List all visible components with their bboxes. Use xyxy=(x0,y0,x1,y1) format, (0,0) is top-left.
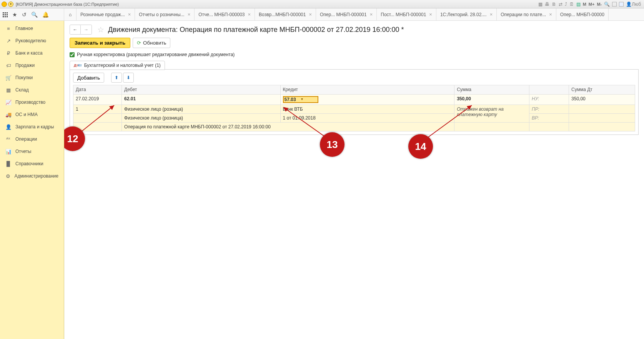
panel1-icon[interactable] xyxy=(612,2,617,7)
close-icon[interactable]: × xyxy=(429,12,432,17)
th-credit[interactable]: Кредит xyxy=(280,85,454,95)
sidebar-item-assets[interactable]: 🚚ОС и НМА xyxy=(0,108,64,121)
tab-4[interactable]: Опер... МНБП-000001× xyxy=(316,8,377,20)
mplus-icon[interactable]: M+ xyxy=(589,2,595,7)
tab-8[interactable]: Опер... МНБП-00000 xyxy=(556,8,609,20)
cell-vr[interactable]: ВР: xyxy=(529,114,569,123)
sidebar-item-warehouse[interactable]: ▦Склад xyxy=(0,84,64,96)
sidebar-item-purchases[interactable]: 🛒Покупки xyxy=(0,71,64,84)
bell-icon[interactable]: 🔔 xyxy=(42,12,49,18)
apps-icon[interactable] xyxy=(2,12,8,17)
compare-icon[interactable]: ⇄ xyxy=(559,2,562,7)
sidebar-label: Администрирование xyxy=(15,173,58,179)
close-icon[interactable]: × xyxy=(309,12,312,17)
sidebar-item-hr[interactable]: 👤Зарплата и кадры xyxy=(0,121,64,133)
table-row[interactable]: 1 Физическое лицо (розница) Банк ВТБ Отр… xyxy=(73,105,635,114)
refresh-icon: ⟳ xyxy=(137,40,141,46)
tab-1[interactable]: Отчеты о розничны...× xyxy=(135,8,195,20)
tab-5[interactable]: Пост... МНБП-000001× xyxy=(377,8,436,20)
add-button[interactable]: Добавить xyxy=(73,73,104,83)
move-down-button[interactable]: ⬇ xyxy=(123,73,134,83)
cell-empty[interactable] xyxy=(454,123,529,131)
cell-debit-1[interactable]: Физическое лицо (розница) xyxy=(122,105,281,114)
home-tab[interactable]: ⌂ xyxy=(64,8,77,20)
nav-back-button[interactable]: ← xyxy=(70,25,81,34)
close-icon[interactable]: × xyxy=(370,12,373,17)
save-close-button[interactable]: Записать и закрыть xyxy=(70,38,130,48)
print-icon[interactable]: 🖶 xyxy=(545,2,549,7)
cell-empty[interactable] xyxy=(529,123,569,131)
toolbar: ★ ↺ 🔍 🔔 ⌂ Розничные продаж...× Отчеты о … xyxy=(0,8,644,21)
th-debit[interactable]: Дебет xyxy=(122,85,281,95)
cell-sumdt[interactable]: 350,00 xyxy=(569,95,635,105)
cell-credit-acc[interactable]: 57.03▾ xyxy=(280,95,454,105)
manual-edit-checkbox[interactable] xyxy=(70,52,75,57)
th-tax[interactable] xyxy=(529,85,569,95)
grid-icon[interactable]: ▦ xyxy=(538,2,542,7)
table-row[interactable]: Физическое лицо (розница) 1 от 01.09.201… xyxy=(73,114,635,123)
sidebar-item-sales[interactable]: 🏷Продажи xyxy=(0,59,64,71)
cell-empty[interactable] xyxy=(569,105,635,114)
table-row[interactable]: 27.02.2019 62.01 57.03▾ 350,00 НУ: 350,0… xyxy=(73,95,635,105)
search-icon[interactable]: 🔍 xyxy=(31,12,38,18)
cell-empty[interactable] xyxy=(569,114,635,123)
th-sum[interactable]: Сумма xyxy=(454,85,529,95)
close-icon[interactable]: × xyxy=(128,12,131,17)
tab-0[interactable]: Розничные продаж...× xyxy=(77,8,135,20)
cell-lineno[interactable]: 1 xyxy=(73,105,122,114)
close-icon[interactable]: × xyxy=(188,12,191,17)
sidebar-item-bank[interactable]: ₽Банк и касса xyxy=(0,47,64,59)
dropdown-icon[interactable]: ▾ xyxy=(8,2,13,7)
cell-debit-3[interactable]: Операция по платежной карте МНБП-000002 … xyxy=(122,123,454,131)
move-up-button[interactable]: ⬆ xyxy=(111,73,122,83)
cell-credit-1[interactable]: Банк ВТБ xyxy=(280,105,454,114)
cell-empty[interactable] xyxy=(73,114,122,123)
cell-sum[interactable]: 350,00 xyxy=(454,95,529,105)
cell-credit-2[interactable]: 1 от 01.09.2018 xyxy=(280,114,454,123)
close-icon[interactable]: × xyxy=(549,12,552,17)
doc-icon[interactable]: 🗎 xyxy=(552,2,556,7)
zoom-icon[interactable]: 🔍 xyxy=(604,2,610,7)
tab-7[interactable]: Операции по плате...× xyxy=(497,8,556,20)
close-icon[interactable]: × xyxy=(490,12,493,17)
m-icon[interactable]: M xyxy=(583,2,586,7)
panel2-icon[interactable] xyxy=(619,2,624,7)
cell-debit-acc[interactable]: 62.01 xyxy=(122,95,281,105)
user-icon[interactable]: 👤Люб xyxy=(626,2,641,7)
records-tab[interactable]: ДтКт Бухгалтерский и налоговый учет (1) xyxy=(70,61,165,70)
tab-6[interactable]: 1С:Лекторий. 28.02....× xyxy=(436,8,497,20)
calc-icon[interactable]: ▤ xyxy=(576,2,581,7)
calendar-icon[interactable]: 🗓 xyxy=(569,2,574,7)
dtkt-icon: ᴬᵏ xyxy=(5,136,12,142)
cell-sum-note[interactable]: Отражен возврат на платежную карту xyxy=(454,105,529,123)
home-icon: ≡ xyxy=(5,25,12,32)
refresh-button[interactable]: ⟳Обновить xyxy=(133,38,170,48)
export-icon[interactable]: ⤴ xyxy=(565,2,567,7)
sidebar-item-main[interactable]: ≡Главное xyxy=(0,22,64,35)
sidebar-item-reports[interactable]: 📊Отчеты xyxy=(0,145,64,158)
sidebar-item-catalogs[interactable]: ▉Справочники xyxy=(0,158,64,170)
cell-empty[interactable] xyxy=(569,123,635,131)
th-sumdt[interactable]: Сумма Дт xyxy=(569,85,635,95)
sidebar-item-production[interactable]: 📈Производство xyxy=(0,96,64,108)
tab-3[interactable]: Возвр...МНБП-000001× xyxy=(255,8,316,20)
mminus-icon[interactable]: M- xyxy=(597,2,602,7)
sidebar-item-admin[interactable]: ⚙Администрирование xyxy=(0,170,64,182)
close-icon[interactable]: × xyxy=(248,12,251,17)
history-icon[interactable]: ↺ xyxy=(22,12,27,18)
cell-nu[interactable]: НУ: xyxy=(529,95,569,105)
dropdown-icon[interactable]: ▾ xyxy=(301,97,303,101)
tab-2[interactable]: Отче... МНБП-000003× xyxy=(195,8,255,20)
sidebar-item-manager[interactable]: ↗Руководителю xyxy=(0,35,64,47)
cell-date[interactable]: 27.02.2019 xyxy=(73,95,122,105)
th-date[interactable]: Дата xyxy=(73,85,122,95)
cell-pr[interactable]: ПР: xyxy=(529,105,569,114)
sidebar-item-operations[interactable]: ᴬᵏОперации xyxy=(0,133,64,145)
nav-forward-button[interactable]: → xyxy=(81,25,92,34)
cell-empty[interactable] xyxy=(73,123,122,131)
star-icon[interactable]: ★ xyxy=(12,12,17,18)
sidebar-label: Банк и касса xyxy=(15,50,43,56)
table-row[interactable]: Операция по платежной карте МНБП-000002 … xyxy=(73,123,635,131)
cell-debit-2[interactable]: Физическое лицо (розница) xyxy=(122,114,281,123)
favorite-star-icon[interactable]: ☆ xyxy=(97,25,104,34)
